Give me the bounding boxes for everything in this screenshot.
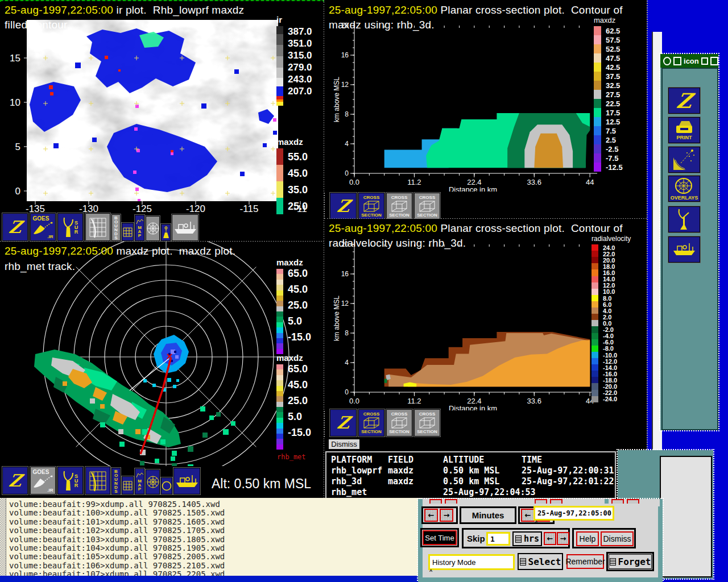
xs-rv-timestamp: 25-aug-1997,22:05:00 [329, 222, 437, 234]
z-logo-icon: Z [675, 90, 693, 111]
web-button[interactable] [146, 216, 160, 241]
menu-icon [515, 535, 522, 543]
colorbar-label: 47.5 [606, 54, 620, 63]
terminal-scrollbar[interactable] [0, 498, 6, 576]
goes-ir-icon: GOES.IR [33, 469, 53, 493]
radar-maxdz-plot[interactable] [0, 242, 324, 466]
ir-plot-title: 25-aug-1997,22:05:00 ir plot. Rhb_lowprf… [5, 4, 244, 16]
grid2-button[interactable] [122, 223, 134, 241]
sur-button[interactable]: SUR [57, 467, 83, 494]
xsec-button[interactable]: CROSSSECTION [414, 409, 440, 436]
cross-section-icon: CROSSSECTION [417, 195, 437, 218]
dismiss-button[interactable]: Dismiss [328, 438, 361, 450]
skip-units-button[interactable]: hrs [512, 531, 542, 546]
xsec-button[interactable]: CROSSSECTION [358, 409, 384, 436]
ir-satellite-plot[interactable]: -135-130-125-120-115-11151050 [1, 1, 323, 213]
iconify-icon[interactable] [701, 57, 708, 65]
map-button[interactable]: MAP [135, 215, 144, 241]
ship-button[interactable] [668, 236, 700, 263]
colorbar-label: 12.5 [606, 118, 620, 126]
xsec-button[interactable]: CROSSSECTION [386, 193, 412, 220]
z-button[interactable]: Z [2, 213, 28, 241]
svg-text:0: 0 [15, 186, 20, 197]
forget-button[interactable]: Forget [609, 554, 652, 569]
dismiss-button[interactable]: Dismiss [601, 531, 634, 546]
svg-text:44: 44 [586, 178, 594, 186]
help-button[interactable]: Help [576, 531, 599, 546]
set-time-button[interactable]: Set Time [423, 530, 457, 545]
terminal-line: volume:beaufait:103>xdump.all 970825.180… [9, 535, 225, 544]
window-menu-icon[interactable] [663, 57, 671, 65]
xsec-button[interactable]: CROSSSECTION [358, 193, 384, 220]
colorbar-label: 17.5 [606, 109, 620, 117]
maximize-icon[interactable] [710, 57, 718, 65]
svg-text:km above MSL: km above MSL [333, 296, 341, 341]
xs-maxdz-title: 25-aug-1997,22:05:00 Planar cross-sectio… [329, 4, 623, 16]
contour-region [384, 379, 387, 383]
z-logo-icon: Z [336, 198, 350, 215]
svg-text:0.0: 0.0 [349, 397, 359, 405]
map-button[interactable]: MAP [135, 468, 144, 494]
z-button[interactable]: Z [2, 467, 28, 494]
z-button[interactable]: Z [668, 88, 700, 114]
platform-table-row: rhb_3dmaxdz0.50 km MSL25-Aug-97,22:01:22 [331, 476, 615, 487]
svg-text:4: 4 [345, 359, 349, 367]
grid-button[interactable] [85, 213, 110, 241]
icon-window-body: ZPRINTOVERLAYS [661, 68, 718, 430]
icon-window: icon ZPRINTOVERLAYS [660, 54, 718, 430]
colorbar-label: 57.5 [606, 36, 620, 44]
print-button[interactable]: PRINT [668, 117, 700, 143]
colorbar-label: -12.5 [606, 163, 623, 172]
skip-forward-button[interactable]: → [557, 532, 569, 545]
left-arrow-icon: ← [547, 534, 553, 543]
small-grid-icon [122, 480, 133, 491]
ship-button[interactable] [173, 468, 200, 494]
ship-icon [173, 221, 197, 235]
sur-button[interactable]: SUR [57, 213, 83, 241]
goes-button[interactable]: GOES.IR [30, 213, 56, 241]
ir-plot-timestamp: 25-aug-1997,22:05:00 [5, 4, 113, 16]
xs-maxdz-timestamp: 25-aug-1997,22:05:00 [329, 4, 437, 16]
window-doc-icon[interactable] [673, 57, 681, 65]
icon-window-titlebar[interactable]: icon [660, 54, 718, 68]
time-field[interactable]: 25-Aug-97,22:05:00 [533, 506, 614, 521]
overlays-button[interactable]: OVERLAYS [668, 176, 700, 202]
z-button[interactable]: Z [330, 193, 357, 220]
select-button[interactable]: Select [518, 553, 563, 570]
ir-plot-title-line2: filled contour. [5, 19, 70, 31]
ship-button[interactable] [172, 214, 198, 241]
svg-text:0: 0 [345, 388, 349, 396]
xsec-button[interactable]: CROSSSECTION [414, 193, 440, 220]
platform-table-header: PLATFORMFIELDALTITUDETIME [331, 455, 615, 465]
buoy-button[interactable] [161, 224, 171, 241]
minutes-back-button[interactable]: ← [424, 509, 438, 522]
minutes-forward-button[interactable]: → [440, 509, 453, 522]
antenna-button[interactable] [668, 206, 700, 232]
grid2-button[interactable] [122, 476, 134, 494]
range-rings-icon [146, 475, 160, 489]
colorbar-label: 32.5 [606, 81, 620, 90]
map-icon: MAP [136, 472, 144, 491]
colorbar-label: 65.0 [288, 363, 308, 375]
grid-button[interactable] [85, 467, 110, 494]
radar-colorbar-2: maxdz 65.045.025.05.0-15.0 [276, 353, 322, 450]
skip-field[interactable]: 1 [486, 532, 510, 546]
web-button[interactable] [146, 469, 160, 494]
bounds-button[interactable]: BOUNDS [111, 214, 121, 241]
radar-colorbar-1: maxdz 65.045.025.05.0-15.0 [276, 257, 322, 354]
cross-section-icon: CROSSSECTION [389, 195, 410, 218]
history-mode-field[interactable]: History Mode [428, 554, 515, 570]
goes-button[interactable]: GOES.IR [30, 467, 56, 494]
svg-text:11.2: 11.2 [407, 397, 421, 405]
skip-back-button[interactable]: ← [544, 532, 556, 545]
satellite-button[interactable] [668, 147, 700, 173]
ir-maxdz-colorbar: maxdz 55.045.035.025.0 [276, 137, 322, 214]
bounds-icon: BOUNDS [114, 216, 118, 240]
z-button[interactable]: Z [330, 409, 357, 436]
bounds-button[interactable]: BOUNDS [111, 468, 121, 494]
colorbar-label: -7.5 [606, 154, 618, 163]
xsec-button[interactable]: CROSSSECTION [386, 409, 412, 436]
remember-button[interactable]: Remember [566, 554, 604, 569]
circle-button[interactable] [161, 477, 172, 494]
minutes-back-button-2[interactable]: ← [521, 509, 535, 522]
